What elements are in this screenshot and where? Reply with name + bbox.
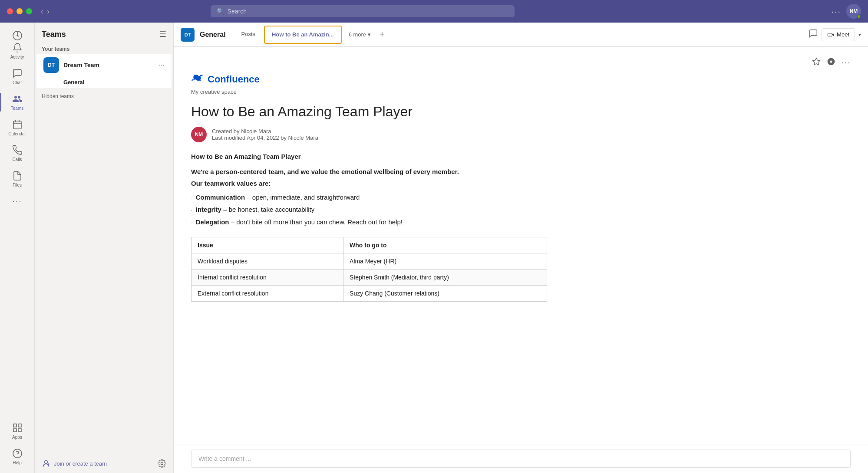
author-created: Created by Nicole Mara: [212, 128, 318, 135]
rail-bottom: Apps Help: [12, 418, 23, 470]
sidebar-item-files[interactable]: Files: [0, 166, 34, 192]
sidebar-item-teams[interactable]: Teams: [0, 89, 34, 115]
svg-rect-8: [13, 429, 17, 432]
back-button[interactable]: ‹: [41, 7, 43, 16]
files-icon: [12, 171, 23, 181]
issue-table: Issue Who to go to Workload disputesAlma…: [191, 237, 547, 302]
term-communication: Communication: [196, 194, 245, 201]
online-indicator: [857, 14, 861, 19]
channel-header: DT General Posts How to Be an Amazin... …: [174, 23, 868, 47]
value3-rest: – don't bite off more than you can chew.…: [229, 218, 403, 226]
svg-rect-15: [828, 33, 832, 36]
chat-header-icon[interactable]: [809, 29, 818, 40]
settings-icon[interactable]: [158, 459, 166, 468]
star-button[interactable]: [812, 57, 821, 68]
calendar-icon: [12, 119, 23, 130]
add-tab-button[interactable]: +: [376, 30, 388, 39]
your-teams-label: Your teams: [35, 43, 173, 54]
channel-general[interactable]: General: [36, 76, 172, 88]
tab-confluence-active[interactable]: How to Be an Amazin...: [264, 26, 342, 44]
svg-rect-7: [18, 429, 21, 432]
meet-label: Meet: [837, 31, 849, 38]
sidebar-item-more[interactable]: ···: [0, 192, 34, 210]
table-cell-who: Stephen Smith (Mediator, third party): [343, 269, 547, 286]
calendar-label: Calendar: [8, 131, 26, 136]
eye-button[interactable]: [827, 57, 835, 68]
author-avatar: NM: [191, 127, 207, 142]
value-item-communication: · Communication – open, immediate, and s…: [191, 191, 851, 204]
teams-label: Teams: [11, 106, 23, 111]
article-values-label: Our teamwork values are:: [191, 180, 851, 187]
close-button[interactable]: [7, 8, 13, 14]
chevron-down-icon: ▾: [368, 31, 371, 38]
calls-icon: [12, 145, 23, 155]
tab-more[interactable]: 6 more ▾: [343, 23, 376, 47]
minimize-button[interactable]: [17, 8, 23, 14]
more-icon: ···: [12, 196, 22, 206]
svg-point-14: [161, 463, 163, 465]
author-modified: Last modified Apr 04, 2022 by Nicole Mar…: [212, 135, 318, 141]
teams-sidebar-title: Teams: [42, 30, 66, 39]
team-avatar-dt: DT: [43, 57, 59, 73]
chat-label: Chat: [13, 80, 22, 85]
sidebar-item-activity[interactable]: Activity: [0, 26, 34, 64]
svg-rect-5: [13, 424, 17, 427]
content-wrapper: ··· Confluence My creative space How to …: [174, 47, 868, 473]
svg-marker-17: [813, 58, 820, 65]
term-delegation: Delegation: [196, 218, 229, 226]
channel-header-name: General: [200, 31, 226, 39]
svg-point-19: [830, 61, 832, 63]
filter-icon[interactable]: ☰: [159, 30, 166, 39]
titlebar: ‹ › 🔍 ··· NM: [0, 0, 868, 23]
conversation-icon: [809, 29, 818, 38]
meet-chevron-icon[interactable]: ▾: [858, 32, 861, 38]
table-cell-who: Suzy Chang (Customer relations): [343, 286, 547, 302]
avatar-initials: NM: [850, 8, 858, 14]
sidebar-item-help[interactable]: Help: [12, 444, 23, 470]
main-content: DT General Posts How to Be an Amazin... …: [174, 23, 868, 473]
apps-icon: [12, 423, 23, 433]
team-name-dt: Dream Team: [63, 62, 155, 69]
more-page-options-button[interactable]: ···: [842, 58, 851, 67]
hidden-teams-label: Hidden teams: [35, 88, 173, 101]
svg-point-11: [45, 460, 48, 463]
value-item-delegation: · Delegation – don't bite off more than …: [191, 216, 851, 229]
section-title: How to Be an Amazing Team Player: [191, 153, 851, 160]
forward-button[interactable]: ›: [47, 7, 50, 16]
ellipsis-icon: ···: [842, 58, 851, 67]
value2-rest: – be honest, take accountability: [221, 206, 314, 213]
sidebar-item-calls[interactable]: Calls: [0, 141, 34, 166]
help-label: Help: [13, 460, 22, 465]
author-section: NM Created by Nicole Mara Last modified …: [191, 127, 851, 142]
comment-input[interactable]: Write a comment ...: [191, 450, 851, 468]
table-row: Workload disputesAlma Meyer (HR): [191, 253, 547, 269]
join-create-team-button[interactable]: Join or create a team: [42, 459, 107, 468]
table-cell-issue: Workload disputes: [191, 253, 343, 269]
term-integrity: Integrity: [196, 206, 221, 213]
sidebar-item-calendar[interactable]: Calendar: [0, 115, 34, 141]
meet-button[interactable]: Meet: [822, 28, 855, 41]
tab-posts[interactable]: Posts: [234, 23, 263, 47]
confluence-logo-icon: [191, 72, 203, 87]
sidebar-item-chat[interactable]: Chat: [0, 64, 34, 89]
join-create-label: Join or create a team: [54, 460, 107, 467]
team-dream-team[interactable]: DT Dream Team ···: [36, 54, 172, 76]
team-more-icon[interactable]: ···: [159, 61, 165, 69]
svg-marker-16: [832, 34, 833, 36]
table-cell-issue: External conflict resolution: [191, 286, 343, 302]
icon-rail: Activity Chat Teams Calendar Calls Files…: [0, 23, 35, 473]
channel-header-actions: Meet ▾: [809, 28, 861, 41]
activity-icon: [12, 30, 23, 41]
article-title: How to Be an Amazing Team Player: [191, 104, 851, 120]
search-input[interactable]: [228, 8, 508, 15]
maximize-button[interactable]: [26, 8, 32, 14]
user-avatar[interactable]: NM: [846, 4, 861, 19]
apps-label: Apps: [12, 435, 22, 440]
table-cell-issue: Internal conflict resolution: [191, 269, 343, 286]
table-row: External conflict resolutionSuzy Chang (…: [191, 286, 547, 302]
sidebar-item-apps[interactable]: Apps: [12, 418, 23, 444]
confluence-app-name: Confluence: [208, 74, 260, 85]
value-item-integrity: · Integrity – be honest, take accountabi…: [191, 204, 851, 216]
more-options-button[interactable]: ···: [831, 7, 841, 16]
search-bar[interactable]: 🔍: [211, 5, 515, 17]
